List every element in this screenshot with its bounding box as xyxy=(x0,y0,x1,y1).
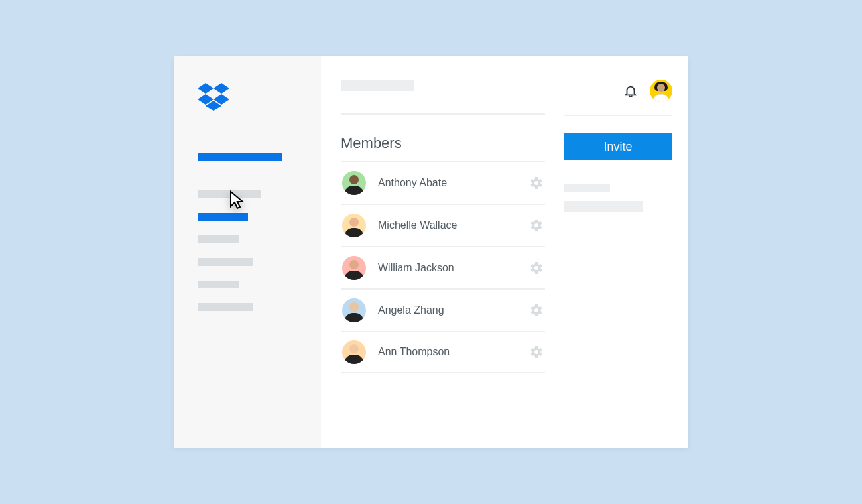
member-row[interactable]: William Jackson xyxy=(341,246,545,288)
sidebar-item-3[interactable] xyxy=(198,213,248,221)
main-area: Members Anthony Abate Michelle Wallace xyxy=(321,56,688,448)
svg-marker-5 xyxy=(231,192,243,208)
avatar xyxy=(342,171,366,195)
member-row[interactable]: Angela Zhang xyxy=(341,288,545,331)
gear-icon[interactable] xyxy=(528,218,544,233)
divider xyxy=(341,113,545,115)
svg-marker-0 xyxy=(198,83,214,94)
member-name: Michelle Wallace xyxy=(378,220,528,231)
divider xyxy=(564,115,672,116)
sidebar xyxy=(174,56,321,448)
dropbox-logo-icon[interactable] xyxy=(198,83,321,113)
member-name: Angela Zhang xyxy=(378,304,528,316)
member-row[interactable]: Ann Thompson xyxy=(341,331,545,373)
user-avatar[interactable] xyxy=(650,80,672,102)
sidebar-item-1[interactable] xyxy=(198,153,282,161)
member-name: Anthony Abate xyxy=(378,177,528,189)
sidebar-item-6[interactable] xyxy=(198,281,239,288)
member-row[interactable]: Anthony Abate xyxy=(341,161,545,204)
member-name: William Jackson xyxy=(378,262,528,274)
sidebar-item-4[interactable] xyxy=(198,235,239,243)
placeholder xyxy=(564,201,643,212)
placeholder xyxy=(564,184,610,192)
svg-marker-1 xyxy=(214,83,229,94)
sidebar-item-5[interactable] xyxy=(198,258,253,266)
avatar xyxy=(342,340,366,364)
topbar xyxy=(564,80,672,101)
cursor-icon xyxy=(229,190,247,213)
gear-icon[interactable] xyxy=(528,175,544,191)
app-window: Members Anthony Abate Michelle Wallace xyxy=(174,56,688,448)
avatar xyxy=(342,298,366,322)
members-list: Anthony Abate Michelle Wallace xyxy=(341,161,545,373)
sidebar-nav xyxy=(198,153,321,311)
section-title: Members xyxy=(341,135,545,152)
gear-icon[interactable] xyxy=(528,302,544,318)
sidebar-item-7[interactable] xyxy=(198,303,253,311)
avatar xyxy=(342,214,366,237)
avatar xyxy=(342,256,366,280)
gear-icon[interactable] xyxy=(528,344,544,360)
page-title-placeholder xyxy=(341,80,414,91)
invite-button[interactable]: Invite xyxy=(564,133,672,160)
content-column: Members Anthony Abate Michelle Wallace xyxy=(341,80,564,448)
gear-icon[interactable] xyxy=(528,260,544,276)
member-name: Ann Thompson xyxy=(378,346,528,358)
right-column: Invite xyxy=(564,80,672,448)
bell-icon[interactable] xyxy=(623,84,638,98)
member-row[interactable]: Michelle Wallace xyxy=(341,204,545,246)
